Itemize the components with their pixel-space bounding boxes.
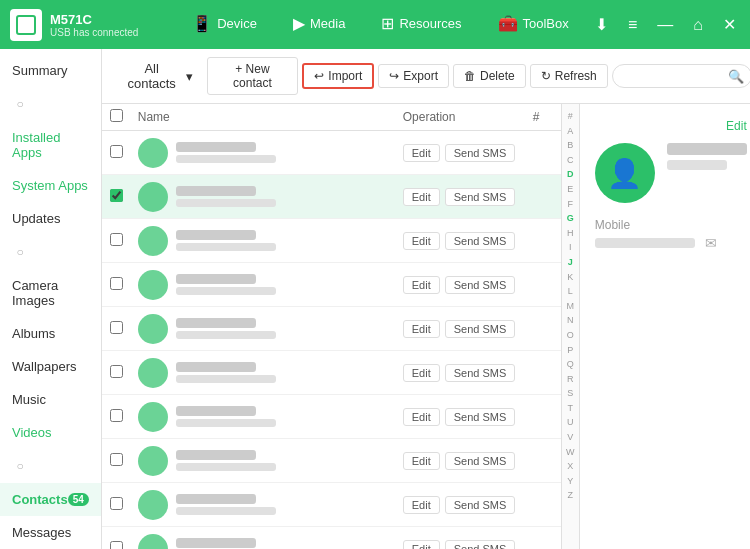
row-checkbox[interactable] bbox=[110, 497, 123, 510]
edit-btn[interactable]: Edit bbox=[403, 540, 440, 550]
send-sms-btn[interactable]: Send SMS bbox=[445, 144, 516, 162]
send-sms-btn[interactable]: Send SMS bbox=[445, 232, 516, 250]
detail-mobile-label: Mobile bbox=[595, 218, 747, 232]
edit-btn[interactable]: Edit bbox=[403, 188, 440, 206]
select-all-checkbox[interactable] bbox=[110, 109, 123, 122]
alpha-letter-w[interactable]: W bbox=[566, 445, 575, 460]
new-contact-btn[interactable]: + New contact bbox=[207, 57, 299, 95]
sidebar-placeholder-icon: ○ bbox=[12, 96, 28, 112]
edit-btn[interactable]: Edit bbox=[403, 320, 440, 338]
alpha-letter-d[interactable]: D bbox=[567, 167, 574, 182]
row-checkbox[interactable] bbox=[110, 453, 123, 466]
alpha-letter-i[interactable]: I bbox=[569, 240, 572, 255]
edit-btn[interactable]: Edit bbox=[403, 408, 440, 426]
alpha-letter-x[interactable]: X bbox=[567, 459, 573, 474]
send-sms-btn[interactable]: Send SMS bbox=[445, 408, 516, 426]
alpha-letter-g[interactable]: G bbox=[567, 211, 574, 226]
menu-btn[interactable]: ≡ bbox=[624, 12, 641, 38]
nav-resources-label: Resources bbox=[399, 16, 461, 31]
sidebar-item-updates[interactable]: Updates bbox=[0, 202, 101, 235]
close-btn[interactable]: ✕ bbox=[719, 11, 740, 38]
alpha-letter-z[interactable]: Z bbox=[568, 488, 574, 503]
row-checkbox[interactable] bbox=[110, 145, 123, 158]
nav-media-label: Media bbox=[310, 16, 345, 31]
edit-btn[interactable]: Edit bbox=[403, 452, 440, 470]
send-sms-btn[interactable]: Send SMS bbox=[445, 496, 516, 514]
alpha-letter-e[interactable]: E bbox=[567, 182, 573, 197]
sidebar-item-videos[interactable]: Videos bbox=[0, 416, 101, 449]
nav-media[interactable]: ▶ Media bbox=[275, 0, 363, 49]
alpha-letter-v[interactable]: V bbox=[567, 430, 573, 445]
edit-btn[interactable]: Edit bbox=[403, 232, 440, 250]
sidebar-item-messages[interactable]: Messages bbox=[0, 516, 101, 549]
detail-edit-link[interactable]: Edit bbox=[595, 119, 747, 133]
alpha-letter-l[interactable]: L bbox=[568, 284, 573, 299]
alpha-letter-m[interactable]: M bbox=[567, 299, 575, 314]
row-checkbox[interactable] bbox=[110, 409, 123, 422]
toolbox-icon: 🧰 bbox=[498, 14, 518, 33]
edit-btn[interactable]: Edit bbox=[403, 276, 440, 294]
sidebar-placeholder-icon-2: ○ bbox=[12, 244, 28, 260]
alpha-letter-k[interactable]: K bbox=[567, 270, 573, 285]
alpha-letter-c[interactable]: C bbox=[567, 153, 574, 168]
alpha-letter-a[interactable]: A bbox=[567, 124, 573, 139]
import-btn[interactable]: ↩ Import bbox=[302, 63, 374, 89]
sidebar-icon-row-1: ○ bbox=[0, 87, 101, 121]
refresh-btn[interactable]: ↻ Refresh bbox=[530, 64, 608, 88]
alpha-letter-#[interactable]: # bbox=[568, 109, 573, 124]
home-btn[interactable]: ⌂ bbox=[689, 12, 707, 38]
alpha-letter-j[interactable]: J bbox=[568, 255, 573, 270]
alpha-letter-y[interactable]: Y bbox=[567, 474, 573, 489]
sidebar-item-music[interactable]: Music bbox=[0, 383, 101, 416]
delete-btn[interactable]: 🗑 Delete bbox=[453, 64, 526, 88]
row-checkbox[interactable] bbox=[110, 321, 123, 334]
export-btn[interactable]: ↪ Export bbox=[378, 64, 449, 88]
sidebar-item-system-apps[interactable]: System Apps bbox=[0, 169, 101, 202]
contact-phone-blurred bbox=[176, 199, 276, 207]
nav-resources[interactable]: ⊞ Resources bbox=[363, 0, 479, 49]
contact-info bbox=[176, 142, 403, 163]
sidebar-item-contacts[interactable]: Contacts 54 bbox=[0, 483, 101, 516]
dropdown-arrow-icon: ▾ bbox=[186, 69, 193, 84]
send-sms-btn[interactable]: Send SMS bbox=[445, 452, 516, 470]
alpha-letter-n[interactable]: N bbox=[567, 313, 574, 328]
minimize-btn[interactable]: — bbox=[653, 12, 677, 38]
alpha-letter-f[interactable]: F bbox=[568, 197, 574, 212]
alpha-letter-q[interactable]: Q bbox=[567, 357, 574, 372]
send-sms-btn[interactable]: Send SMS bbox=[445, 320, 516, 338]
edit-btn[interactable]: Edit bbox=[403, 144, 440, 162]
search-icon[interactable]: 🔍 bbox=[728, 69, 744, 84]
send-sms-btn[interactable]: Send SMS bbox=[445, 188, 516, 206]
alpha-letter-r[interactable]: R bbox=[567, 372, 574, 387]
sidebar-placeholder-icon-3: ○ bbox=[12, 458, 28, 474]
alpha-letter-o[interactable]: O bbox=[567, 328, 574, 343]
alpha-letter-s[interactable]: S bbox=[567, 386, 573, 401]
send-sms-btn[interactable]: Send SMS bbox=[445, 364, 516, 382]
row-checkbox[interactable] bbox=[110, 541, 123, 550]
sidebar-item-installed-apps[interactable]: Installed Apps bbox=[0, 121, 101, 169]
sidebar-item-summary[interactable]: Summary bbox=[0, 54, 101, 87]
table-row: Edit Send SMS bbox=[102, 307, 561, 351]
all-contacts-btn[interactable]: All contacts ▾ bbox=[112, 57, 203, 95]
download-btn[interactable]: ⬇ bbox=[591, 11, 612, 38]
row-checkbox[interactable] bbox=[110, 189, 123, 202]
nav-toolbox[interactable]: 🧰 ToolBox bbox=[480, 0, 587, 49]
row-checkbox[interactable] bbox=[110, 365, 123, 378]
send-sms-btn[interactable]: Send SMS bbox=[445, 276, 516, 294]
nav-device[interactable]: 📱 Device bbox=[174, 0, 275, 49]
sidebar-item-wallpapers[interactable]: Wallpapers bbox=[0, 350, 101, 383]
send-sms-btn[interactable]: Send SMS bbox=[445, 540, 516, 550]
alpha-letter-b[interactable]: B bbox=[567, 138, 573, 153]
alpha-letter-u[interactable]: U bbox=[567, 415, 574, 430]
edit-btn[interactable]: Edit bbox=[403, 496, 440, 514]
edit-btn[interactable]: Edit bbox=[403, 364, 440, 382]
alpha-letter-p[interactable]: P bbox=[567, 343, 573, 358]
row-checkbox[interactable] bbox=[110, 233, 123, 246]
sidebar-item-camera-images[interactable]: Camera Images bbox=[0, 269, 101, 317]
alpha-letter-t[interactable]: T bbox=[568, 401, 574, 416]
alpha-letter-h[interactable]: H bbox=[567, 226, 574, 241]
window-controls: ⬇ ≡ — ⌂ ✕ bbox=[591, 11, 740, 38]
sidebar-item-albums[interactable]: Albums bbox=[0, 317, 101, 350]
row-checkbox[interactable] bbox=[110, 277, 123, 290]
detail-panel: Edit 👤 Mobile ✉ bbox=[580, 104, 750, 549]
